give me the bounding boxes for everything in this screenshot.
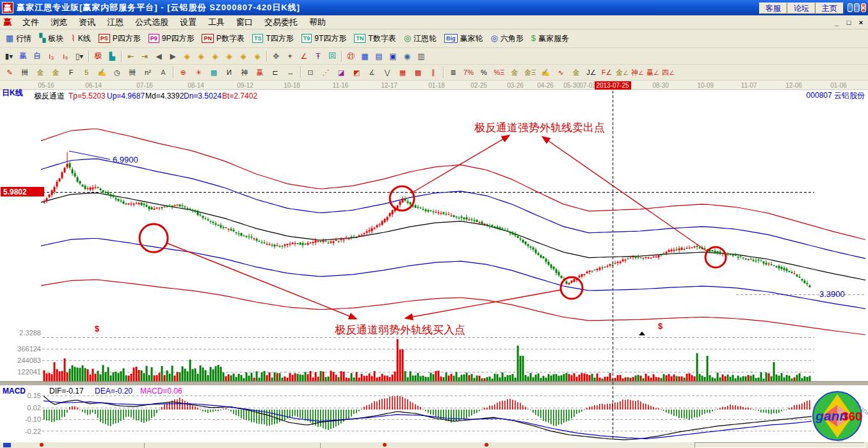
minimize-button-icon[interactable]: _: [848, 3, 853, 12]
chart-area[interactable]: 05-1606-1407-1608-1409-1210-1811-1612-17…: [0, 81, 868, 442]
toolbar-button-kline[interactable]: ⌇K线: [67, 31, 94, 45]
menu-item-6[interactable]: 工具: [202, 16, 230, 28]
fan-box-icon[interactable]: ◪: [334, 66, 349, 79]
first-bar-icon[interactable]: ⇤: [124, 50, 138, 63]
gauge-icon[interactable]: ≣: [446, 66, 461, 79]
save-icon[interactable]: ▣: [386, 50, 400, 63]
crosshair-tool-icon[interactable]: +: [283, 50, 297, 63]
gold-circle-icon[interactable]: 金: [507, 66, 522, 79]
a-angle-icon[interactable]: A: [156, 66, 171, 79]
knife-tool-icon[interactable]: ✎: [2, 66, 17, 79]
ying-angle-icon[interactable]: 赢∠: [645, 66, 661, 79]
circle-cross-icon[interactable]: ⊕: [175, 66, 191, 79]
candle-style-dropdown-icon[interactable]: ▯▾: [72, 50, 86, 63]
gold-angle-icon[interactable]: 金∠: [615, 66, 630, 79]
k-mark-icon[interactable]: И: [221, 66, 237, 79]
width-arrow-icon[interactable]: ↔: [283, 66, 298, 79]
toolbar-button-t-square[interactable]: TST四方形: [248, 31, 298, 45]
toolbar-button-9p-square[interactable]: P99P四方形: [145, 31, 198, 45]
toolbar-button-p-square[interactable]: PSP四方形: [95, 31, 145, 45]
toolbar-button-sectors[interactable]: ▚板块: [35, 31, 67, 45]
quick-button-2[interactable]: 主页: [816, 3, 844, 14]
menu-item-1[interactable]: 浏览: [45, 16, 73, 28]
percent-icon[interactable]: %: [476, 66, 492, 79]
spiral-icon[interactable]: 5: [79, 66, 94, 79]
mdi-close-icon[interactable]: ×: [856, 19, 865, 26]
ji-fan-icon[interactable]: 极: [91, 50, 105, 63]
toolbar-button-winner-service[interactable]: $赢家服务: [527, 31, 573, 45]
gold-lines-icon[interactable]: 金Ξ: [522, 66, 538, 79]
printer-icon[interactable]: ▥: [414, 50, 428, 63]
zoom-in-x-icon[interactable]: ◈: [194, 50, 208, 63]
calendar-icon[interactable]: ㉑: [344, 50, 358, 63]
prev-bar-icon[interactable]: ◀: [152, 50, 166, 63]
j-angle-icon[interactable]: J∠: [584, 66, 599, 79]
shen-angle-icon[interactable]: 神∠: [630, 66, 645, 79]
next-bar-icon[interactable]: ▶: [166, 50, 180, 63]
restore-button-icon[interactable]: □: [854, 3, 860, 12]
gold-under-icon[interactable]: 金: [568, 66, 584, 79]
last-bar-icon[interactable]: ⇥: [138, 50, 152, 63]
menu-item-2[interactable]: 资讯: [73, 16, 101, 28]
notes-icon[interactable]: ▤: [372, 50, 386, 63]
clock-cycle-icon[interactable]: ◷: [109, 66, 125, 79]
toolbar-button-hexagon[interactable]: ◎六角形: [487, 31, 527, 45]
web-icon[interactable]: ✳: [191, 66, 206, 79]
percent7-icon[interactable]: 7%: [461, 66, 476, 79]
network-icon[interactable]: ◉: [400, 50, 414, 63]
four-angle-icon[interactable]: 四∠: [661, 66, 676, 79]
menu-item-3[interactable]: 江恩: [101, 16, 129, 28]
toolbar-button-p-number[interactable]: PNP数字表: [198, 31, 248, 45]
info-icon[interactable]: 自: [30, 50, 44, 63]
box-frame-icon[interactable]: ⊡: [303, 66, 318, 79]
red-grid2-icon[interactable]: ▩: [410, 66, 426, 79]
comb-ruler-icon[interactable]: 卌: [17, 66, 33, 79]
close-button-icon[interactable]: ×: [861, 3, 866, 12]
menu-item-7[interactable]: 窗口: [230, 16, 259, 28]
red-grid-icon[interactable]: ▦: [395, 66, 410, 79]
menu-item-0[interactable]: 文件: [17, 16, 45, 28]
angle-lines-icon[interactable]: ∡: [364, 66, 380, 79]
f-ruler-icon[interactable]: F: [63, 66, 79, 79]
calculator-icon[interactable]: ▦: [358, 50, 372, 63]
chart-canvas[interactable]: 05-1606-1407-1608-1409-1210-1811-1612-17…: [0, 81, 868, 442]
parallel-icon[interactable]: ∥: [426, 66, 441, 79]
winner-pattern-icon[interactable]: 赢: [16, 50, 30, 63]
quick-button-0[interactable]: 客服: [759, 3, 787, 14]
quick-button-1[interactable]: 论坛: [787, 3, 816, 14]
f-angle-icon[interactable]: F∠: [599, 66, 615, 79]
gold-ruler-icon[interactable]: 金: [33, 66, 48, 79]
bars3-icon[interactable]: ı₃: [44, 50, 58, 63]
fan-box2-icon[interactable]: ◩: [349, 66, 364, 79]
web-box-icon[interactable]: ▩: [206, 66, 221, 79]
pane-splitter[interactable]: [0, 381, 868, 385]
toolbar-button-t-number[interactable]: TNT数字表: [350, 31, 399, 45]
map-tool-icon[interactable]: 回: [325, 50, 339, 63]
menu-item-4[interactable]: 公式选股: [129, 16, 174, 28]
ying-grid-icon[interactable]: 赢: [252, 66, 268, 79]
fan-lines-icon[interactable]: ⋰: [318, 66, 334, 79]
toolbar-button-gann-wheel[interactable]: ◎江恩轮: [400, 31, 440, 45]
mdi-minimize-icon[interactable]: _: [832, 19, 841, 26]
angle-tool-icon[interactable]: ∠: [297, 50, 311, 63]
mdi-restore-icon[interactable]: □: [844, 19, 853, 26]
menu-item-9[interactable]: 帮助: [303, 16, 332, 28]
bars9-icon[interactable]: ı₉: [58, 50, 72, 63]
toolbar-button-quote[interactable]: ▦行情: [2, 31, 35, 45]
macd-pane-label[interactable]: MACD: [3, 387, 26, 396]
pen-tool-icon[interactable]: ✍: [94, 66, 109, 79]
ruler123-icon[interactable]: ⊏: [268, 66, 283, 79]
gold-ruler2-icon[interactable]: 金: [48, 66, 63, 79]
expand-x-icon[interactable]: ◈: [208, 50, 222, 63]
menu-item-5[interactable]: 设置: [174, 16, 202, 28]
wave-a-icon[interactable]: ∿: [553, 66, 568, 79]
percent3-icon[interactable]: %Ξ: [492, 66, 507, 79]
compress-y-icon[interactable]: ◈: [250, 50, 264, 63]
cycle-comb-icon[interactable]: 卌: [125, 66, 140, 79]
indicator-name[interactable]: 极反通道: [34, 92, 65, 100]
v-lines-icon[interactable]: ⋁: [380, 66, 395, 79]
flag-tool-icon[interactable]: Ŧ: [311, 50, 325, 63]
n-square-icon[interactable]: n²: [140, 66, 156, 79]
zoom-out-x-icon[interactable]: ◈: [180, 50, 194, 63]
period-candle-dropdown-icon[interactable]: ▮▾: [2, 50, 16, 63]
